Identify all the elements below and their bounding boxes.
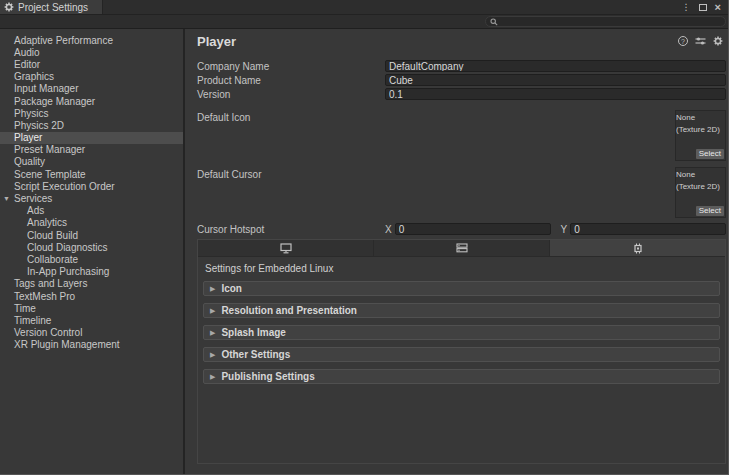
settings-category-sidebar: Adaptive Performance Audio Editor Graphi…: [0, 29, 185, 475]
gear-icon: [4, 2, 14, 12]
embedded-linux-settings: Settings for Embedded Linux ▶ Icon ▶ Res…: [198, 257, 725, 384]
texture-none-text: None (Texture 2D): [676, 110, 720, 134]
company-name-field[interactable]: [385, 60, 726, 72]
foldout-resolution-and-presentation[interactable]: ▶ Resolution and Presentation: [203, 303, 720, 318]
titlebar-spacer: [103, 0, 682, 14]
sidebar-item-xr-plugin-management[interactable]: XR Plugin Management: [0, 339, 183, 351]
settings-for-platform-label: Settings for Embedded Linux: [205, 263, 720, 274]
foldout-caret-icon: ▶: [210, 329, 215, 337]
sidebar-item-version-control[interactable]: Version Control: [0, 327, 183, 339]
sidebar-item-services[interactable]: ▼ Services: [0, 192, 183, 204]
sidebar-item-editor[interactable]: Editor: [0, 58, 183, 70]
sidebar-item-scene-template[interactable]: Scene Template: [0, 168, 183, 180]
sidebar-item-script-execution-order[interactable]: Script Execution Order: [0, 180, 183, 192]
titlebar: Project Settings ⋮ ×: [0, 0, 728, 15]
foldout-other-settings[interactable]: ▶ Other Settings: [203, 347, 720, 362]
sidebar-item-physics-2d[interactable]: Physics 2D: [0, 119, 183, 131]
project-settings-window: Project Settings ⋮ × Adaptive Performanc…: [0, 0, 729, 475]
maximize-icon[interactable]: [699, 4, 707, 11]
search-box[interactable]: [485, 16, 726, 27]
foldout-publishing-settings[interactable]: ▶ Publishing Settings: [203, 369, 720, 384]
expander-caret-icon[interactable]: ▼: [3, 195, 14, 202]
sidebar-item-adaptive-performance[interactable]: Adaptive Performance: [0, 34, 183, 46]
sidebar-item-cloud-diagnostics[interactable]: Cloud Diagnostics: [0, 241, 183, 253]
default-icon-texture-slot[interactable]: None (Texture 2D) Select: [675, 110, 726, 161]
foldout-caret-icon: ▶: [210, 373, 215, 381]
foldout-caret-icon: ▶: [210, 351, 215, 359]
hotspot-y-label: Y: [561, 224, 568, 235]
select-button[interactable]: Select: [696, 149, 724, 159]
sidebar-item-textmesh-pro[interactable]: TextMesh Pro: [0, 290, 183, 302]
player-settings-panel: Player ?: [185, 29, 728, 475]
sidebar-item-player[interactable]: Player: [0, 132, 183, 144]
sidebar-item-in-app-purchasing[interactable]: In-App Purchasing: [0, 266, 183, 278]
sidebar-item-tags-and-layers[interactable]: Tags and Layers: [0, 278, 183, 290]
platform-tab-bar: [198, 240, 725, 257]
dedicated-server-icon: [456, 243, 468, 253]
desktop-monitor-icon: [280, 243, 292, 254]
default-cursor-label: Default Cursor: [197, 167, 385, 180]
toolbar: [0, 15, 728, 29]
tab-embedded-linux[interactable]: [550, 240, 725, 256]
version-row: Version: [197, 87, 726, 101]
platform-settings-box: Settings for Embedded Linux ▶ Icon ▶ Res…: [197, 239, 726, 464]
sidebar-item-input-manager[interactable]: Input Manager: [0, 83, 183, 95]
version-field[interactable]: [385, 88, 726, 100]
sidebar-item-time[interactable]: Time: [0, 302, 183, 314]
embedded-chip-icon: [632, 243, 644, 254]
window-tab[interactable]: Project Settings: [0, 0, 103, 14]
sidebar-item-timeline[interactable]: Timeline: [0, 314, 183, 326]
sidebar-item-ads[interactable]: Ads: [0, 205, 183, 217]
default-cursor-row: Default Cursor None (Texture 2D) Select: [197, 167, 726, 219]
presets-icon[interactable]: [695, 36, 706, 46]
company-name-row: Company Name: [197, 59, 726, 73]
foldout-icon[interactable]: ▶ Icon: [203, 281, 720, 296]
help-icon[interactable]: ?: [678, 36, 688, 46]
sidebar-item-physics[interactable]: Physics: [0, 107, 183, 119]
company-name-label: Company Name: [197, 61, 385, 72]
sidebar-item-graphics[interactable]: Graphics: [0, 71, 183, 83]
page-title: Player: [197, 34, 236, 49]
sidebar-item-collaborate[interactable]: Collaborate: [0, 253, 183, 265]
sidebar-item-package-manager[interactable]: Package Manager: [0, 95, 183, 107]
foldout-splash-image[interactable]: ▶ Splash Image: [203, 325, 720, 340]
search-icon: [490, 18, 498, 26]
foldout-caret-icon: ▶: [210, 307, 215, 315]
hotspot-x-label: X: [385, 224, 392, 235]
texture-none-text: None (Texture 2D): [676, 167, 720, 191]
tab-desktop[interactable]: [198, 240, 374, 256]
sidebar-item-cloud-build[interactable]: Cloud Build: [0, 229, 183, 241]
window-title: Project Settings: [18, 2, 88, 13]
tab-dedicated-server[interactable]: [374, 240, 550, 256]
sidebar-item-preset-manager[interactable]: Preset Manager: [0, 144, 183, 156]
search-input[interactable]: [501, 17, 721, 26]
default-icon-label: Default Icon: [197, 110, 385, 123]
cursor-hotspot-row: Cursor Hotspot X Y: [197, 222, 726, 236]
product-name-row: Product Name: [197, 73, 726, 87]
cursor-hotspot-label: Cursor Hotspot: [197, 224, 385, 235]
select-button[interactable]: Select: [696, 206, 724, 216]
foldout-caret-icon: ▶: [210, 285, 215, 293]
sidebar-item-quality[interactable]: Quality: [0, 156, 183, 168]
sidebar-item-analytics[interactable]: Analytics: [0, 217, 183, 229]
menu-kebab-icon[interactable]: ⋮: [682, 3, 691, 12]
default-cursor-texture-slot[interactable]: None (Texture 2D) Select: [675, 167, 726, 218]
default-icon-row: Default Icon None (Texture 2D) Select: [197, 110, 726, 162]
hotspot-y-field[interactable]: [570, 223, 726, 235]
settings-gear-icon[interactable]: [713, 36, 723, 46]
sidebar-item-audio[interactable]: Audio: [0, 46, 183, 58]
product-name-label: Product Name: [197, 75, 385, 86]
version-label: Version: [197, 89, 385, 100]
product-name-field[interactable]: [385, 74, 726, 86]
close-icon[interactable]: ×: [715, 2, 721, 12]
hotspot-x-field[interactable]: [395, 223, 551, 235]
